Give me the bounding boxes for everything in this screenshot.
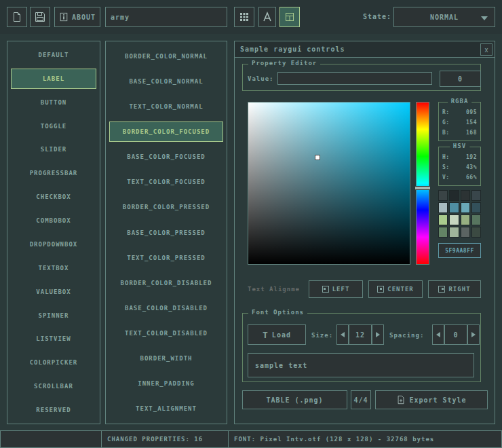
- list-item-text-color-pressed[interactable]: TEXT_COLOR_PRESSED: [109, 248, 223, 268]
- list-item-scrollbar[interactable]: SCROLLBAR: [11, 376, 96, 396]
- sample-text-box[interactable]: sample text: [248, 353, 474, 377]
- list-item-border-color-focused[interactable]: BORDER_COLOR_FOCUSED: [109, 122, 223, 142]
- table-view-button[interactable]: [279, 7, 300, 27]
- font-view-button[interactable]: [258, 7, 276, 27]
- rguistyler-app: ABOUT State: NORMAL: [0, 0, 502, 448]
- align-center-button[interactable]: CENTER: [368, 280, 423, 298]
- hue-slider[interactable]: [416, 102, 429, 265]
- state-label: State:: [354, 7, 391, 27]
- list-item-base-color-focused[interactable]: BASE_COLOR_FOCUSED: [109, 147, 223, 167]
- arrow-right-icon: [471, 332, 476, 337]
- list-item-text-alignment[interactable]: TEXT_ALIGNMENT: [109, 398, 223, 419]
- list-item-border-color-normal[interactable]: BORDER_COLOR_NORMAL: [109, 46, 223, 67]
- list-item-border-color-pressed[interactable]: BORDER_COLOR_PRESSED: [109, 197, 223, 217]
- size-increase-button[interactable]: [372, 324, 384, 345]
- color-swatch[interactable]: [471, 227, 481, 238]
- state-dropdown[interactable]: NORMAL: [393, 7, 495, 27]
- list-item-border-width[interactable]: BORDER_WIDTH: [109, 348, 223, 369]
- list-item-text-color-normal[interactable]: TEXT_COLOR_NORMAL: [109, 96, 223, 117]
- list-item-border-color-disabled[interactable]: BORDER_COLOR_DISABLED: [109, 273, 223, 293]
- color-swatch[interactable]: [438, 202, 448, 213]
- new-style-button[interactable]: [7, 7, 27, 27]
- property-value-input[interactable]: [277, 72, 432, 85]
- spacing-value-box[interactable]: 0: [444, 324, 467, 345]
- spacing-value: 0: [453, 331, 458, 339]
- list-item-combobox[interactable]: COMBOBOX: [11, 210, 96, 231]
- list-item-toggle[interactable]: TOGGLE: [11, 116, 96, 136]
- size-value: 12: [355, 331, 365, 339]
- spacing-decrease-button[interactable]: [432, 324, 444, 345]
- s-label: S:: [442, 164, 450, 170]
- hue-slider-handle[interactable]: [414, 186, 431, 190]
- load-font-button[interactable]: T Load: [248, 324, 306, 345]
- list-item-text-color-disabled[interactable]: TEXT_COLOR_DISABLED: [109, 323, 223, 343]
- style-name-input[interactable]: [105, 7, 227, 27]
- list-item-dropdownbox[interactable]: DROPDOWNBOX: [11, 234, 96, 255]
- close-icon[interactable]: x: [480, 43, 493, 56]
- align-right-button[interactable]: RIGHT: [428, 280, 481, 298]
- toolbar: ABOUT State: NORMAL: [0, 0, 502, 34]
- list-item-slider[interactable]: SLIDER: [11, 139, 96, 160]
- export-table-button[interactable]: TABLE (.png): [242, 390, 347, 409]
- color-swatch[interactable]: [449, 202, 459, 213]
- list-item-base-color-normal[interactable]: BASE_COLOR_NORMAL: [109, 71, 223, 92]
- font-icon: [262, 12, 273, 22]
- list-item-button[interactable]: BUTTON: [11, 92, 96, 113]
- hsv-group: HSV H: 192 S: 43% V: 66%: [438, 147, 481, 186]
- color-swatch[interactable]: [471, 190, 481, 201]
- color-swatch[interactable]: [449, 190, 459, 201]
- style-table-icon: [284, 12, 295, 22]
- list-item-inner-padding[interactable]: INNER_PADDING: [109, 373, 223, 394]
- color-swatch[interactable]: [449, 214, 459, 225]
- size-decrease-button[interactable]: [336, 324, 349, 345]
- list-item-spinner[interactable]: SPINNER: [11, 305, 96, 326]
- about-button[interactable]: ABOUT: [54, 7, 100, 27]
- color-swatch[interactable]: [461, 214, 470, 225]
- spacing-increase-button[interactable]: [467, 324, 480, 345]
- color-swatch[interactable]: [449, 227, 459, 238]
- color-swatch[interactable]: [461, 202, 470, 213]
- color-swatch[interactable]: [461, 227, 470, 238]
- sample-controls-window: Sample raygui controls x Property Editor…: [234, 41, 495, 424]
- list-item-text-color-focused[interactable]: TEXT_COLOR_FOCUSED: [109, 172, 223, 192]
- list-item-checkbox[interactable]: CHECKBOX: [11, 187, 96, 207]
- list-item-base-color-pressed[interactable]: BASE_COLOR_PRESSED: [109, 223, 223, 243]
- color-swatch[interactable]: [471, 202, 481, 213]
- align-left-icon: [322, 286, 329, 293]
- color-swatch[interactable]: [438, 214, 448, 225]
- color-picker-cursor[interactable]: [315, 155, 320, 160]
- rgba-group-label: RGBA: [448, 98, 472, 105]
- size-value-box[interactable]: 12: [349, 324, 372, 345]
- align-center-label: CENTER: [387, 286, 414, 293]
- grid-view-button[interactable]: [234, 7, 254, 27]
- hsv-h-row: H: 192: [442, 154, 477, 160]
- list-item-progressbar[interactable]: PROGRESSBAR: [11, 163, 96, 183]
- property-side-button-label: 0: [458, 75, 463, 83]
- color-swatch[interactable]: [461, 190, 470, 201]
- saturation-value-picker[interactable]: [248, 102, 410, 265]
- save-style-button[interactable]: [30, 7, 50, 27]
- list-item-reserved[interactable]: RESERVED: [11, 400, 96, 420]
- list-item-default[interactable]: DEFAULT: [11, 45, 96, 65]
- list-item-base-color-disabled[interactable]: BASE_COLOR_DISABLED: [109, 298, 223, 318]
- rgba-r-row: R: 095: [442, 109, 477, 115]
- b-label: B:: [442, 130, 450, 136]
- status-divider: [101, 431, 102, 447]
- list-item-valuebox[interactable]: VALUEBOX: [11, 282, 96, 302]
- color-swatch[interactable]: [471, 214, 481, 225]
- property-side-button[interactable]: 0: [440, 71, 481, 87]
- list-item-colorpicker[interactable]: COLORPICKER: [11, 352, 96, 373]
- color-swatch[interactable]: [438, 190, 448, 201]
- rgba-group: RGBA R: 095 G: 154 B: 168: [438, 102, 481, 141]
- list-item-textbox[interactable]: TEXTBOX: [11, 258, 96, 278]
- align-left-button[interactable]: LEFT: [309, 280, 363, 298]
- list-item-listview[interactable]: LISTVIEW: [11, 329, 96, 349]
- save-icon: [35, 12, 45, 22]
- export-style-label: Export Style: [409, 396, 466, 404]
- color-swatch[interactable]: [438, 227, 448, 238]
- pages-value-box[interactable]: 4/4: [351, 390, 371, 409]
- export-style-button[interactable]: Export Style: [375, 390, 488, 409]
- list-item-label[interactable]: LABEL: [11, 69, 96, 89]
- font-info-status: FONT: Pixel Intv.otf (128 x 128) - 32768…: [234, 431, 434, 447]
- hex-color-value[interactable]: 5F9AA8FF: [438, 243, 481, 258]
